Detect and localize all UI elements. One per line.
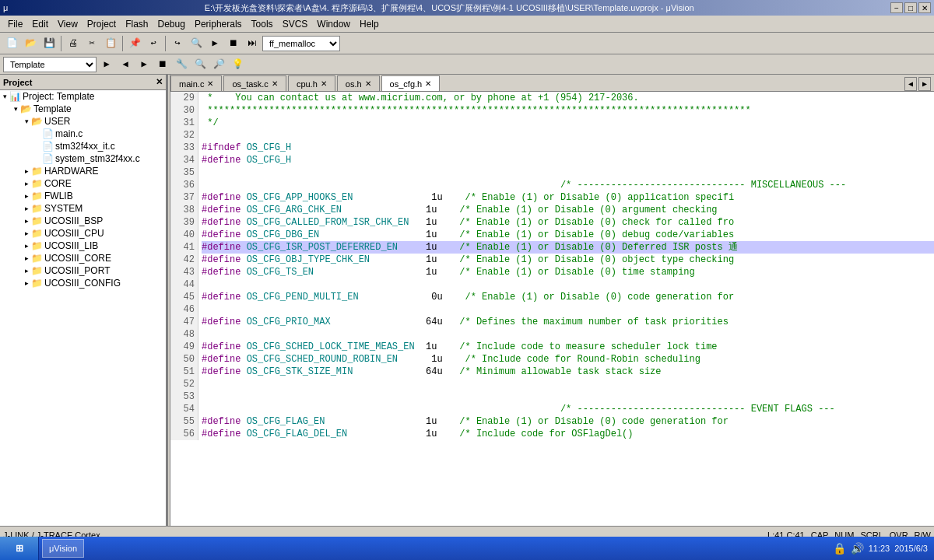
- tree-item-FWLIB[interactable]: ▸📁FWLIB: [0, 190, 166, 202]
- tree-expand[interactable]: ▸: [22, 241, 31, 250]
- toolbar-btn-6[interactable]: 📌: [126, 35, 143, 52]
- tree-expand[interactable]: ▸: [22, 179, 31, 188]
- tree-item-USER[interactable]: ▾📂USER: [0, 115, 166, 128]
- tab-cpu.h[interactable]: cpu.h✕: [288, 75, 335, 91]
- toolbar-btn-11[interactable]: ⏹: [225, 35, 242, 52]
- tree-expand[interactable]: ▸: [22, 191, 31, 201]
- tree-item-UCOSIII-BSP[interactable]: ▸📁UCOSIII_BSP: [0, 215, 166, 227]
- tab-os.h[interactable]: os.h✕: [337, 75, 380, 91]
- tree-item-UCOSIII-PORT[interactable]: ▸📁UCOSIII_PORT: [0, 264, 166, 277]
- toolbar-btn-8[interactable]: ↪: [169, 35, 186, 52]
- menu-item-flash[interactable]: Flash: [121, 17, 153, 31]
- tree-item-main-c[interactable]: 📄main.c: [0, 128, 166, 140]
- tree-item-UCOSIII-CONFIG[interactable]: ▸📁UCOSIII_CONFIG: [0, 277, 166, 289]
- tree-item-system-stm32f4xx-c[interactable]: 📄system_stm32f4xx.c: [0, 152, 166, 165]
- editor-area: main.c✕os_task.c✕cpu.h✕os.h✕os_cfg.h✕◀▶ …: [170, 75, 934, 526]
- code-line: #define OS_CFG_APP_HOOKS_EN 1u /* Enable…: [202, 191, 934, 204]
- toolbar2-btn-4[interactable]: 🔧: [173, 56, 190, 73]
- toolbar-btn-5[interactable]: 📋: [102, 35, 119, 52]
- project-panel-close[interactable]: ✕: [156, 77, 163, 87]
- toolbar-btn-2[interactable]: 💾: [40, 35, 58, 52]
- tree-label: UCOSIII_PORT: [44, 265, 110, 276]
- menu-item-project[interactable]: Project: [83, 17, 121, 31]
- toolbar2-btn-1[interactable]: ◀: [117, 56, 134, 73]
- code-line: [202, 303, 934, 316]
- toolbar2-btn-3[interactable]: ⏹: [154, 56, 171, 73]
- line-number: 49: [170, 341, 195, 353]
- menu-item-file[interactable]: File: [3, 17, 27, 31]
- menu-item-view[interactable]: View: [53, 17, 83, 31]
- tab-os_cfg.h[interactable]: os_cfg.h✕: [381, 75, 441, 91]
- tree-item-Project--Template[interactable]: ▾📊Project: Template: [0, 90, 166, 103]
- maximize-button[interactable]: □: [904, 2, 917, 13]
- menu-item-debug[interactable]: Debug: [153, 17, 190, 31]
- toolbar2-btn-6[interactable]: 🔎: [210, 56, 227, 73]
- menu-item-help[interactable]: Help: [355, 17, 384, 31]
- toolbar-btn-1[interactable]: 📂: [22, 35, 39, 52]
- toolbar2-btn-0[interactable]: ▶: [98, 56, 115, 73]
- tree-expand[interactable]: ▸: [22, 229, 31, 238]
- tab-main.c[interactable]: main.c✕: [170, 75, 222, 91]
- menu-item-edit[interactable]: Edit: [27, 17, 53, 31]
- menu-item-window[interactable]: Window: [312, 17, 355, 31]
- tree-item-UCOSIII-LIB[interactable]: ▸📁UCOSIII_LIB: [0, 240, 166, 252]
- tree-expand[interactable]: ▾: [11, 104, 20, 114]
- menu-item-svcs[interactable]: SVCS: [278, 17, 313, 31]
- toolbar2-btn-5[interactable]: 🔍: [191, 56, 209, 73]
- function-dropdown[interactable]: ff_memalloc: [262, 36, 340, 51]
- line-number: 34: [170, 154, 195, 166]
- tree-item-stm32f4xx-it-c[interactable]: 📄stm32f4xx_it.c: [0, 140, 166, 152]
- tab-scroll-right[interactable]: ▶: [918, 77, 931, 91]
- close-tab-icon[interactable]: ✕: [365, 79, 371, 88]
- minimize-button[interactable]: −: [890, 2, 903, 13]
- close-tab-icon[interactable]: ✕: [321, 79, 327, 88]
- menu-bar: FileEditViewProjectFlashDebugPeripherals…: [0, 16, 934, 33]
- menu-item-peripherals[interactable]: Peripherals: [190, 17, 247, 31]
- toolbar-btn-12[interactable]: ⏭: [244, 35, 261, 52]
- toolbar-btn-0[interactable]: 📄: [3, 35, 20, 52]
- tree-label: UCOSIII_BSP: [44, 215, 103, 226]
- tree-expand[interactable]: ▾: [0, 92, 9, 101]
- line-number: 55: [170, 415, 195, 428]
- tree-expand[interactable]: ▸: [22, 204, 31, 213]
- tree-item-Template[interactable]: ▾📂Template: [0, 103, 166, 115]
- tree-label: UCOSIII_CORE: [44, 253, 111, 264]
- tree-item-UCOSIII-CORE[interactable]: ▸📁UCOSIII_CORE: [0, 252, 166, 264]
- code-view[interactable]: 2930313233343536373839404142434445464748…: [170, 92, 934, 526]
- tree-expand[interactable]: ▸: [22, 216, 31, 226]
- close-tab-icon[interactable]: ✕: [272, 79, 278, 88]
- code-line: #ifndef OS_CFG_H: [202, 142, 934, 154]
- tree-item-HARDWARE[interactable]: ▸📁HARDWARE: [0, 165, 166, 177]
- line-number: 41: [170, 241, 195, 254]
- menu-item-tools[interactable]: Tools: [247, 17, 278, 31]
- code-line: [202, 166, 934, 179]
- tab-scroll-left[interactable]: ◀: [904, 77, 917, 91]
- tree-expand[interactable]: ▸: [22, 166, 31, 176]
- tree-expand[interactable]: ▾: [22, 117, 31, 126]
- date: 2015/6/3: [894, 544, 928, 553]
- close-tab-icon[interactable]: ✕: [425, 79, 431, 88]
- tree-item-CORE[interactable]: ▸📁CORE: [0, 177, 166, 190]
- toolbar-btn-10[interactable]: ▶: [206, 35, 223, 52]
- line-number: 46: [170, 303, 195, 316]
- tree-expand[interactable]: ▸: [22, 278, 31, 288]
- toolbar-btn-3[interactable]: 🖨: [65, 35, 82, 52]
- tree-expand[interactable]: ▸: [22, 266, 31, 275]
- line-number: 35: [170, 166, 195, 179]
- toolbar-btn-9[interactable]: 🔍: [188, 35, 205, 52]
- close-button[interactable]: ✕: [918, 2, 931, 13]
- tree-item-UCOSIII-CPU[interactable]: ▸📁UCOSIII_CPU: [0, 227, 166, 240]
- start-button[interactable]: ⊞: [0, 537, 39, 560]
- toolbar-btn-4[interactable]: ✂: [83, 35, 100, 52]
- toolbar-btn-7[interactable]: ↩: [145, 35, 162, 52]
- tree-expand[interactable]: ▸: [22, 254, 31, 263]
- template-dropdown[interactable]: Template: [3, 57, 97, 72]
- toolbar2-btn-2[interactable]: ▶: [135, 56, 153, 73]
- code-line: #define OS_CFG_PEND_MULTI_EN 0u /* Enabl…: [202, 291, 934, 303]
- close-tab-icon[interactable]: ✕: [207, 79, 213, 88]
- taskbar-app-μVision[interactable]: μVision: [42, 539, 84, 558]
- code-line: [202, 390, 934, 403]
- tree-item-SYSTEM[interactable]: ▸📁SYSTEM: [0, 202, 166, 215]
- tab-os_task.c[interactable]: os_task.c✕: [223, 75, 286, 91]
- toolbar2-btn-7[interactable]: 💡: [229, 56, 246, 73]
